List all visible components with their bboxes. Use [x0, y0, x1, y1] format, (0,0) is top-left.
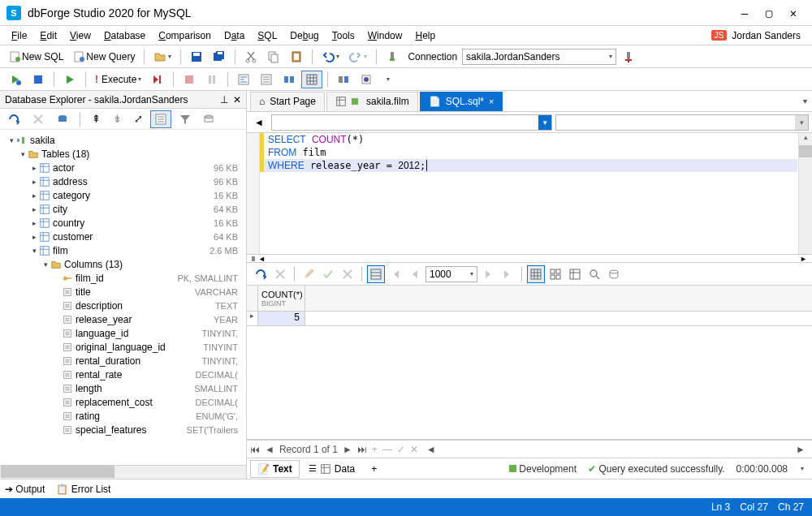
redo-button[interactable]: ▾: [345, 48, 371, 66]
tree-node-city[interactable]: ▸city64 KB: [3, 202, 246, 216]
format-button[interactable]: [233, 71, 254, 88]
tree-node-customer[interactable]: ▸customer64 KB: [3, 230, 246, 243]
expand-tree-button[interactable]: ⇞: [87, 110, 105, 128]
new-sql-button[interactable]: New SQL: [5, 48, 67, 66]
new-connection-button[interactable]: [52, 110, 73, 128]
db-context-combo[interactable]: ▾: [271, 114, 552, 131]
last-page-button[interactable]: [499, 265, 516, 283]
grid-row[interactable]: ▸ 5: [247, 312, 812, 326]
error-list-tab[interactable]: 📋 Error List: [56, 484, 110, 495]
maximize-button[interactable]: ▢: [757, 5, 781, 21]
tree-node-description[interactable]: descriptionTEXT: [3, 299, 246, 312]
menu-debug[interactable]: Debug: [283, 28, 325, 43]
minimize-button[interactable]: —: [732, 5, 757, 21]
tree-node-rental-duration[interactable]: rental_durationTINYINT,: [3, 354, 246, 368]
tree-node-length[interactable]: lengthSMALLINT: [3, 381, 246, 395]
panel-close-icon[interactable]: ✕: [233, 94, 241, 105]
schema-compare-button[interactable]: [333, 71, 354, 88]
search-tree-button[interactable]: [199, 110, 220, 128]
tree-node-title[interactable]: titleVARCHAR: [3, 285, 246, 299]
result-cell[interactable]: 5: [258, 312, 305, 325]
menu-tools[interactable]: Tools: [326, 28, 361, 43]
prev-page-button[interactable]: [406, 265, 424, 283]
filter-button[interactable]: [175, 110, 196, 128]
next-page-button[interactable]: [479, 265, 497, 283]
tree-node-actor[interactable]: ▸actor96 KB: [3, 161, 246, 174]
tab-sql[interactable]: 📄SQL.sql*×: [420, 92, 503, 111]
grid-view-button[interactable]: [527, 265, 545, 283]
execute-button[interactable]: !Execute▾: [91, 71, 145, 88]
menu-data[interactable]: Data: [218, 28, 251, 43]
disconnect-button[interactable]: [618, 48, 639, 66]
tree-node-replacement-cost[interactable]: replacement_costDECIMAL(: [3, 395, 246, 409]
result-column-header[interactable]: COUNT(*) BIGINT: [258, 286, 305, 311]
tree-node-film[interactable]: ▾film2.6 MB: [3, 243, 246, 257]
tree-node-columns-13-[interactable]: ▾Columns (13): [3, 257, 246, 271]
paginate-button[interactable]: [367, 265, 385, 283]
nav-last-button[interactable]: ⏭: [357, 444, 367, 455]
menu-comparison[interactable]: Comparison: [152, 28, 218, 43]
pivot-view-button[interactable]: [566, 265, 584, 283]
tree-hscrollbar[interactable]: [0, 465, 246, 479]
nav-back-button[interactable]: ◄: [250, 114, 268, 131]
tab-start-page[interactable]: ⌂Start Page: [250, 92, 325, 111]
connection-combo[interactable]: sakila.JordanSanders▾: [462, 49, 616, 65]
menu-view[interactable]: View: [63, 28, 97, 43]
rollback-button[interactable]: [339, 265, 356, 283]
data-mode-tab[interactable]: ☰Data: [301, 460, 362, 478]
nav-first-button[interactable]: ⏮: [250, 444, 260, 455]
tree-node-country[interactable]: ▸country16 KB: [3, 216, 246, 230]
schema-context-combo[interactable]: ▾: [555, 114, 809, 131]
menu-help[interactable]: Help: [408, 28, 442, 43]
refresh-explorer-button[interactable]: [3, 110, 24, 128]
db-tree[interactable]: ▾sakila▾Tables (18)▸actor96 KB▸address96…: [0, 130, 246, 465]
stop-button[interactable]: [179, 71, 200, 88]
edit-mode-button[interactable]: [300, 265, 317, 283]
menu-database[interactable]: Database: [97, 28, 152, 43]
collapse-tree-button[interactable]: ⇟: [108, 110, 126, 128]
debug-button[interactable]: [5, 71, 26, 88]
close-button[interactable]: ✕: [781, 5, 806, 21]
save-all-button[interactable]: [209, 48, 230, 66]
tree-node-address[interactable]: ▸address96 KB: [3, 174, 246, 188]
more-tools-button[interactable]: ▾: [378, 71, 396, 88]
refresh-results-button[interactable]: [252, 265, 270, 283]
nav-prev-button[interactable]: ◄: [265, 444, 274, 455]
paste-button[interactable]: [286, 48, 307, 66]
editor-vscrollbar[interactable]: ▴: [798, 133, 812, 254]
toggle-comments-button[interactable]: [256, 71, 277, 88]
tree-node-release-year[interactable]: release_yearYEAR: [3, 312, 246, 326]
text-mode-tab[interactable]: 📝Text: [250, 460, 300, 478]
user-name[interactable]: Jordan Sanders: [732, 30, 807, 41]
connect-button[interactable]: [382, 48, 403, 66]
find-button[interactable]: [585, 265, 603, 283]
sync-button[interactable]: ⤢: [129, 110, 147, 128]
close-tab-icon[interactable]: ×: [489, 97, 494, 106]
tab-overflow-button[interactable]: ▾: [803, 97, 807, 105]
tree-node-tables-18-[interactable]: ▾Tables (18): [3, 147, 246, 161]
menu-edit[interactable]: Edit: [33, 28, 63, 43]
sql-editor[interactable]: SELECT COUNT(*) FROM film WHERE release_…: [247, 133, 812, 255]
tab-sakila-film[interactable]: sakila.film: [326, 92, 418, 111]
run-button[interactable]: [59, 71, 80, 88]
delete-node-button[interactable]: [28, 110, 49, 128]
tree-node-rental-rate[interactable]: rental_rateDECIMAL(: [3, 368, 246, 381]
pause-button[interactable]: [201, 71, 222, 88]
save-button[interactable]: [186, 48, 207, 66]
new-query-button[interactable]: New Query: [69, 48, 139, 66]
tree-node-sakila[interactable]: ▾sakila: [3, 133, 246, 147]
tree-node-original-language-id[interactable]: original_language_idTINYINT: [3, 340, 246, 354]
page-size-combo[interactable]: 1000▾: [425, 266, 477, 282]
status-overflow-button[interactable]: ▾: [801, 465, 804, 472]
cancel-results-button[interactable]: [271, 265, 289, 283]
pin-icon[interactable]: ⊥: [220, 94, 228, 105]
debug-step-button[interactable]: [28, 71, 49, 88]
execute-to-cursor-button[interactable]: [147, 71, 168, 88]
output-tab[interactable]: ➔ Output: [5, 484, 45, 495]
menu-window[interactable]: Window: [361, 28, 409, 43]
first-page-button[interactable]: [387, 265, 404, 283]
query-builder-button[interactable]: [279, 71, 300, 88]
tree-node-film-id[interactable]: film_idPK, SMALLINT: [3, 271, 246, 285]
show-details-button[interactable]: [150, 110, 171, 128]
tree-node-language-id[interactable]: language_idTINYINT,: [3, 326, 246, 340]
